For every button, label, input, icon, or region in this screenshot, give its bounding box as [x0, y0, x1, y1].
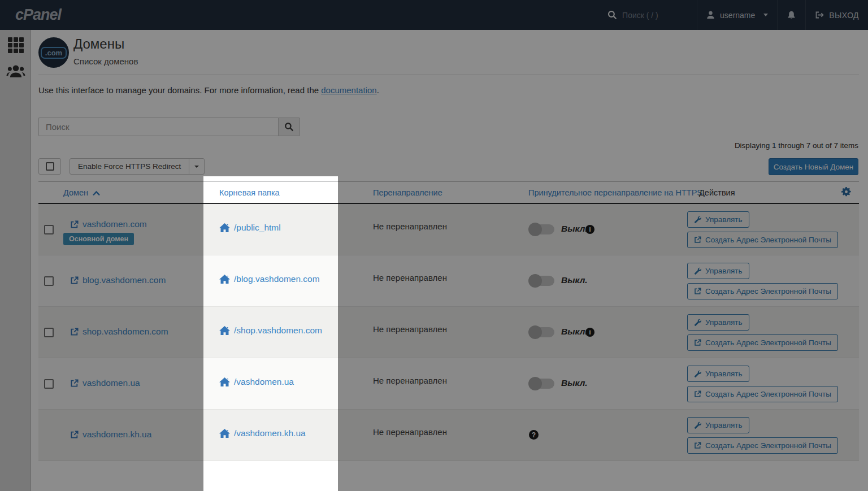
external-link-icon: [70, 431, 79, 439]
force-https-cell: Выкл. i: [528, 307, 653, 358]
chevron-down-icon: [763, 14, 768, 16]
column-header-force-https[interactable]: Принудительное перенаправление на HTTPS: [528, 188, 702, 197]
bulk-action-dropdown[interactable]: [189, 159, 204, 174]
column-header-domain[interactable]: Домен: [63, 188, 100, 197]
row-checkbox[interactable]: [44, 379, 54, 389]
create-email-button[interactable]: Создать Адрес Электронной Почты: [687, 386, 838, 402]
table-row: vashdomen.kh.ua /vashdomen.kh.ua Не пере…: [38, 410, 859, 461]
domain-link[interactable]: vashdomen.kh.ua: [70, 429, 151, 440]
https-toggle[interactable]: [528, 325, 555, 339]
domain-link[interactable]: shop.vashdomen.com: [70, 327, 168, 337]
toggle-knob: [528, 223, 542, 236]
create-domain-button[interactable]: Создать Новый Домен: [769, 158, 858, 175]
manage-button[interactable]: Управлять: [687, 263, 749, 279]
root-folder-link[interactable]: /blog.vashdomen.com: [219, 274, 320, 284]
external-link-icon: [694, 442, 701, 449]
root-folder-path: /vashdomen.kh.ua: [234, 428, 306, 438]
create-email-label: Создать Адрес Электронной Почты: [705, 338, 831, 347]
root-folder-link[interactable]: /vashdomen.kh.ua: [219, 428, 306, 438]
wrench-icon: [694, 422, 701, 429]
toggle-state-label: Выкл.: [561, 275, 588, 285]
domain-link[interactable]: vashdomen.ua: [70, 378, 140, 388]
toggle-knob: [528, 325, 542, 339]
global-search[interactable]: Поиск ( / ): [598, 0, 697, 30]
home-icon: [219, 326, 230, 336]
home-icon: [219, 223, 230, 233]
left-sidebar: [0, 30, 31, 491]
create-email-label: Создать Адрес Электронной Почты: [705, 287, 831, 296]
domain-name: vashdomen.kh.ua: [83, 429, 151, 440]
create-email-button[interactable]: Создать Адрес Электронной Почты: [687, 437, 838, 454]
row-checkbox[interactable]: [44, 276, 54, 286]
manage-button[interactable]: Управлять: [687, 417, 749, 433]
logout-button[interactable]: ВЫХОД: [805, 0, 868, 30]
select-all-button[interactable]: [38, 158, 61, 175]
toggle-state-label: Выкл.: [561, 378, 588, 388]
info-icon[interactable]: i: [585, 225, 594, 234]
external-link-icon: [694, 339, 701, 346]
force-https-cell: Выкл. i: [528, 204, 653, 255]
external-link-icon: [70, 220, 79, 229]
apps-grid-icon[interactable]: [0, 37, 31, 53]
create-email-label: Создать Адрес Электронной Почты: [705, 441, 831, 450]
search-icon: [284, 122, 294, 132]
intro-text-part: Use this interface to manage your domain…: [38, 85, 321, 95]
user-menu[interactable]: username: [697, 0, 777, 30]
chevron-down-icon: [194, 166, 199, 168]
root-folder-link[interactable]: /vashdomen.ua: [219, 377, 294, 387]
row-checkbox[interactable]: [44, 225, 54, 234]
info-icon[interactable]: i: [585, 328, 594, 337]
intro-text: Use this interface to manage your domain…: [38, 85, 379, 95]
manage-button[interactable]: Управлять: [687, 211, 749, 228]
https-toggle[interactable]: [528, 223, 555, 236]
manage-button[interactable]: Управлять: [687, 314, 749, 331]
question-icon[interactable]: ?: [529, 430, 539, 440]
https-toggle[interactable]: [528, 274, 555, 288]
manage-label: Управлять: [705, 318, 743, 327]
table-row: blog.vashdomen.com /blog.vashdomen.com Н…: [38, 255, 859, 307]
root-folder-path: /blog.vashdomen.com: [234, 274, 320, 284]
main-domain-badge: Основной домен: [63, 233, 134, 245]
create-email-button[interactable]: Создать Адрес Электронной Почты: [687, 334, 838, 351]
logout-label: ВЫХОД: [829, 11, 859, 20]
https-toggle[interactable]: [528, 377, 555, 390]
domain-name: vashdomen.com: [83, 219, 147, 229]
root-folder-link[interactable]: /shop.vashdomen.com: [219, 325, 322, 336]
wrench-icon: [694, 319, 701, 326]
search-input[interactable]: [38, 118, 278, 136]
redirect-status: Не перенаправлен: [373, 324, 447, 334]
users-group-icon[interactable]: [0, 64, 31, 79]
external-link-icon: [694, 236, 701, 244]
table-settings-gear-icon[interactable]: [841, 186, 852, 199]
logout-icon: [815, 11, 824, 19]
domain-link[interactable]: vashdomen.com: [70, 219, 147, 229]
column-header-root-folder[interactable]: Корневая папка: [219, 188, 280, 197]
toggle-knob: [528, 274, 542, 288]
bulk-action-label[interactable]: Enable Force HTTPS Redirect: [70, 159, 189, 174]
manage-button[interactable]: Управлять: [687, 366, 749, 382]
row-checkbox[interactable]: [44, 328, 54, 337]
navbar-right: Поиск ( / ) username ВЫХОД: [598, 0, 868, 30]
force-https-cell: Выкл.: [528, 358, 653, 410]
create-email-button[interactable]: Создать Адрес Электронной Почты: [687, 283, 838, 299]
search-button[interactable]: [278, 118, 300, 136]
root-folder-link[interactable]: /public_html: [219, 223, 281, 233]
documentation-link[interactable]: documentation: [321, 85, 376, 95]
create-email-button[interactable]: Создать Адрес Электронной Почты: [687, 232, 838, 248]
external-link-icon: [70, 328, 79, 336]
root-folder-path: /vashdomen.ua: [234, 377, 294, 387]
column-header-redirect[interactable]: Перенаправление: [373, 188, 442, 197]
toggle-state-label: Выкл.: [561, 224, 588, 234]
sort-ascending-icon: [93, 190, 100, 195]
create-email-label: Создать Адрес Электронной Почты: [705, 236, 831, 244]
select-all-checkbox[interactable]: [46, 162, 54, 171]
column-header-domain-label: Домен: [63, 188, 88, 197]
header-divider: [38, 75, 859, 75]
cpanel-logo[interactable]: cPanel: [15, 6, 61, 24]
home-icon: [219, 275, 230, 284]
bulk-action-split-button[interactable]: Enable Force HTTPS Redirect: [70, 158, 205, 175]
notifications-button[interactable]: [777, 0, 805, 30]
domain-name: blog.vashdomen.com: [83, 275, 166, 285]
dot-com-label: .com: [41, 47, 67, 59]
domain-link[interactable]: blog.vashdomen.com: [70, 275, 166, 285]
